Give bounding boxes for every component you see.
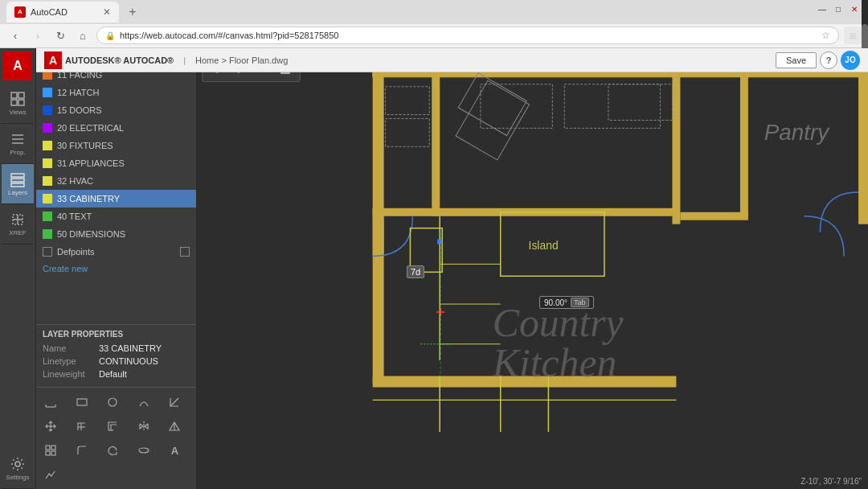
layer-color-indicator (43, 212, 52, 221)
back-button[interactable]: ‹ (6, 27, 24, 44)
svg-rect-2 (11, 100, 17, 105)
layer-color-indicator (43, 247, 52, 257)
tab-title: AutoCAD (31, 7, 68, 17)
layer-row[interactable]: 40 TEXT (36, 208, 196, 225)
measure-tool[interactable] (39, 391, 62, 413)
secure-icon: 🔒 (105, 31, 115, 40)
layer-row[interactable]: 32 HVAC (36, 172, 196, 190)
canvas-area[interactable]: Pantry Country Kitchen Island (197, 48, 868, 489)
layer-visibility-check[interactable] (180, 247, 190, 257)
brand-name: AUTODESK® AUTOCAD® (65, 55, 174, 65)
svg-rect-40 (373, 64, 384, 384)
layer-name: Defpoints (57, 247, 175, 257)
svg-rect-30 (46, 451, 50, 455)
sidebar-item-settings[interactable]: Settings (2, 449, 34, 489)
ellipse-tool[interactable] (133, 439, 155, 462)
island-label: Island (529, 239, 559, 252)
home-button[interactable]: ⌂ (74, 27, 92, 44)
layer-name: 12 HATCH (57, 88, 190, 97)
app-logo: A (3, 51, 32, 80)
svg-rect-69 (437, 240, 442, 244)
layer-row[interactable]: 31 APPLIANCES (36, 154, 196, 172)
array-tool[interactable] (39, 439, 62, 462)
layer-row[interactable]: 12 HATCH (36, 84, 196, 101)
name-property-row: Name 33 CABINETRY (43, 343, 190, 353)
floor-plan-canvas[interactable]: Pantry Country Kitchen Island (197, 48, 868, 432)
minimize-button[interactable]: — (817, 3, 828, 14)
linetype-value: CONTINUOUS (99, 356, 158, 366)
help-button[interactable]: ? (820, 51, 837, 69)
svg-rect-31 (51, 451, 55, 455)
text-tool[interactable]: A (163, 439, 186, 462)
linetype-property-row: Linetype CONTINUOUS (43, 356, 190, 366)
svg-point-18 (108, 398, 117, 406)
sidebar-item-properties[interactable]: Prop. (2, 124, 34, 164)
reload-button[interactable]: ↻ (51, 27, 69, 44)
settings-label: Settings (6, 474, 30, 481)
rect-tool[interactable] (71, 391, 93, 413)
save-button[interactable]: Save (776, 52, 817, 68)
svg-rect-1 (18, 92, 24, 98)
svg-rect-0 (11, 92, 17, 98)
layer-row[interactable]: 20 ELECTRICAL (36, 119, 196, 137)
layer-color-indicator (43, 158, 52, 168)
breadcrumb: Home > Floor Plan.dwg (195, 55, 288, 65)
user-avatar[interactable]: JO (841, 51, 860, 70)
sidebar-item-xref[interactable]: XREF (2, 204, 34, 244)
layer-row[interactable]: 30 FIXTURES (36, 137, 196, 154)
svg-point-13 (15, 462, 20, 466)
arc-tool[interactable] (133, 391, 155, 413)
offset-tool[interactable] (101, 415, 124, 438)
maximize-button[interactable]: □ (833, 3, 844, 14)
name-label: Name (43, 343, 99, 353)
new-tab-button[interactable]: + (122, 2, 143, 23)
rotate-tool[interactable] (101, 439, 124, 462)
cursor-input[interactable]: 7d (407, 265, 424, 278)
svg-rect-9 (11, 183, 24, 187)
sidebar-item-views[interactable]: Views (2, 84, 34, 124)
layer-row[interactable]: Defpoints (36, 243, 196, 261)
layer-row[interactable]: 50 DIMENSIONS (36, 225, 196, 243)
linetype-label: Linetype (43, 356, 99, 366)
svg-rect-38 (858, 64, 868, 224)
svg-rect-48 (740, 64, 748, 216)
angle-tooltip: 90.00° Tab (539, 296, 594, 309)
polyline-tool[interactable] (39, 463, 62, 486)
layer-name: 40 TEXT (57, 212, 190, 221)
bookmark-icon[interactable]: ☆ (821, 30, 830, 41)
close-button[interactable]: ✕ (849, 3, 860, 14)
pantry-text: Pantry (764, 120, 831, 145)
create-new-button[interactable]: Create new (36, 261, 196, 277)
svg-rect-45 (672, 64, 680, 224)
forward-button[interactable]: › (29, 27, 47, 44)
layer-name: 50 DIMENSIONS (57, 229, 190, 239)
browser-tab[interactable]: A AutoCAD ✕ (6, 2, 119, 23)
sidebar-item-layers[interactable]: Layers (2, 164, 34, 204)
address-bar[interactable]: 🔒 https://web.autocad.com/#/canvas.html?… (96, 27, 839, 44)
move-tool[interactable] (39, 415, 62, 438)
autocad-logo: A AUTODESK® AUTOCAD® (44, 51, 174, 69)
tab-badge: Tab (571, 298, 589, 307)
extension-button[interactable]: ⊞ (844, 27, 862, 44)
layers-label: Layers (8, 189, 27, 196)
icon-sidebar: A Views Prop. Layers XREF (0, 48, 36, 489)
svg-rect-17 (77, 399, 87, 405)
prop-label: Prop. (10, 149, 25, 156)
line-tool[interactable] (163, 391, 186, 413)
corner-tool[interactable] (71, 415, 93, 438)
tab-close-button[interactable]: ✕ (103, 6, 111, 18)
mirror-tool[interactable] (133, 415, 155, 438)
lineweight-label: Lineweight (43, 369, 99, 379)
svg-rect-49 (680, 212, 747, 220)
angle-value: 90.00° (544, 298, 567, 307)
fillet-tool[interactable] (71, 439, 93, 462)
coordinates-display: Z-10', 30'-7 9/16" (800, 477, 862, 486)
views-label: Views (9, 109, 26, 116)
circle-tool[interactable] (101, 391, 124, 413)
layer-row-selected[interactable]: 33 CABINETRY (36, 190, 196, 208)
layer-name: 32 HVAC (57, 176, 190, 186)
layer-row[interactable]: 15 DOORS (36, 101, 196, 119)
triangle-tool[interactable] (163, 415, 186, 438)
lineweight-value: Default (99, 369, 127, 379)
layer-properties-panel: LAYER PROPERTIES Name 33 CABINETRY Linet… (36, 324, 196, 387)
